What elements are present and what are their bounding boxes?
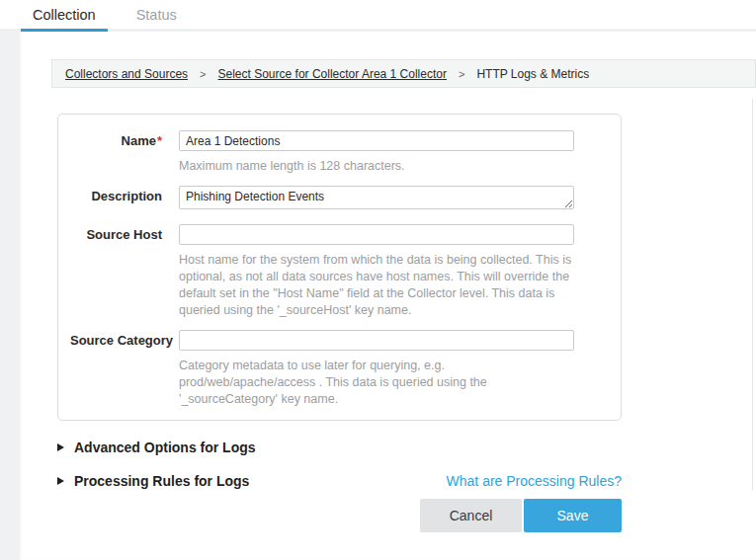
left-gutter xyxy=(0,32,19,560)
source-host-label: Source Host xyxy=(70,224,179,319)
source-form-panel: Name* Maximum name length is 128 charact… xyxy=(57,114,622,421)
panel-right-border xyxy=(752,99,753,491)
button-row: Cancel Save xyxy=(57,499,622,532)
tab-collection-label: Collection xyxy=(33,7,96,23)
save-button[interactable]: Save xyxy=(524,499,622,532)
field-row-source-category: Source Category Category metadata to use… xyxy=(70,330,621,408)
breadcrumb-select-source[interactable]: Select Source for Collector Area 1 Colle… xyxy=(218,67,447,81)
description-textarea[interactable]: Phishing Detection Events xyxy=(179,186,574,209)
tab-bar: Collection Status xyxy=(0,0,756,32)
required-asterisk: * xyxy=(157,133,162,148)
name-label: Name* xyxy=(70,130,179,175)
source-host-input[interactable] xyxy=(179,224,574,245)
source-category-label: Source Category xyxy=(70,330,179,408)
advanced-options-label: Advanced Options for Logs xyxy=(74,440,256,455)
description-label: Description xyxy=(70,186,179,213)
tab-status[interactable]: Status xyxy=(125,0,189,32)
processing-rules-toggle[interactable]: Processing Rules for Logs xyxy=(57,473,249,489)
tab-collection[interactable]: Collection xyxy=(21,0,108,32)
tab-status-label: Status xyxy=(136,7,177,23)
expand-arrow-icon xyxy=(57,443,64,451)
form-footer: Advanced Options for Logs Processing Rul… xyxy=(57,440,622,532)
source-config-page: Collection Status Collectors and Sources… xyxy=(0,0,756,560)
name-hint: Maximum name length is 128 characters. xyxy=(179,158,576,175)
source-category-hint: Category metadata to use later for query… xyxy=(179,358,576,408)
page-body: Collectors and Sources > Select Source f… xyxy=(0,32,756,560)
processing-rules-help-link[interactable]: What are Processing Rules? xyxy=(447,473,622,489)
breadcrumb-current-page: HTTP Logs & Metrics xyxy=(476,67,589,81)
main-content: Collectors and Sources > Select Source f… xyxy=(19,32,756,560)
name-input[interactable] xyxy=(179,130,574,151)
expand-arrow-icon xyxy=(57,477,64,485)
source-category-input[interactable] xyxy=(179,330,574,351)
field-row-source-host: Source Host Host name for the system fro… xyxy=(70,224,621,319)
field-row-name: Name* Maximum name length is 128 charact… xyxy=(70,130,621,175)
processing-rules-row: Processing Rules for Logs What are Proce… xyxy=(57,473,622,488)
breadcrumb-separator: > xyxy=(200,68,206,80)
cancel-button[interactable]: Cancel xyxy=(420,499,522,532)
source-host-hint: Host name for the system from which the … xyxy=(179,252,576,319)
processing-rules-label: Processing Rules for Logs xyxy=(74,473,249,489)
field-row-description: Description Phishing Detection Events xyxy=(70,186,621,213)
breadcrumb-separator: > xyxy=(459,68,464,80)
advanced-options-row: Advanced Options for Logs xyxy=(57,440,622,454)
breadcrumb-collectors-and-sources[interactable]: Collectors and Sources xyxy=(65,67,188,81)
breadcrumb: Collectors and Sources > Select Source f… xyxy=(51,59,756,88)
advanced-options-toggle[interactable]: Advanced Options for Logs xyxy=(57,440,256,455)
